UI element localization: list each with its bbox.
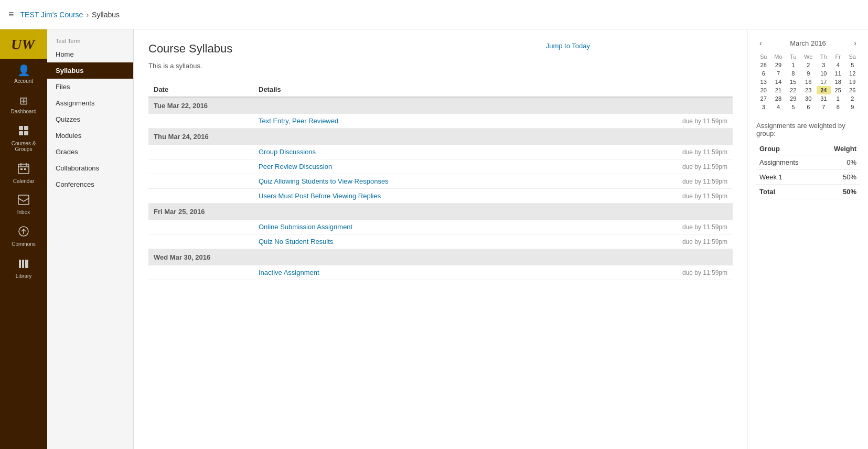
sidebar-item-dashboard[interactable]: ⊞ Dashboard xyxy=(0,89,47,120)
assignment-link[interactable]: Inactive Assignment xyxy=(259,269,319,276)
calendar-day[interactable]: 14 xyxy=(770,78,786,86)
table-header-due xyxy=(670,82,733,97)
sidebar-left: UW 👤 Account ⊞ Dashboard Courses & Group… xyxy=(0,29,47,449)
calendar-day[interactable]: 3 xyxy=(817,61,831,69)
calendar-month: March 2016 xyxy=(790,39,826,47)
due-time-cell: due by 11:59pm xyxy=(670,234,733,249)
calendar-day[interactable]: 15 xyxy=(786,78,800,86)
weights-header-group: Group xyxy=(756,143,819,155)
assignment-link[interactable]: Quiz No Student Results xyxy=(259,238,333,245)
course-nav-modules[interactable]: Modules xyxy=(47,127,133,144)
calendar-day[interactable]: 6 xyxy=(800,103,817,111)
weights-row: Week 150% xyxy=(756,170,860,185)
cal-day-header-mo: Mo xyxy=(770,52,786,61)
calendar-day[interactable]: 18 xyxy=(831,78,845,86)
calendar-day[interactable]: 11 xyxy=(831,69,845,78)
calendar-day[interactable]: 12 xyxy=(845,69,860,78)
empty-date-cell xyxy=(148,159,253,174)
course-nav-quizzes[interactable]: Quizzes xyxy=(47,111,133,127)
svg-rect-10 xyxy=(24,168,26,170)
calendar-day[interactable]: 10 xyxy=(817,69,831,78)
assignment-link[interactable]: Text Entry, Peer Reviewed xyxy=(259,117,338,125)
calendar-day[interactable]: 21 xyxy=(770,86,786,94)
course-breadcrumb-link[interactable]: TEST Jim's Course xyxy=(20,10,83,19)
table-row: Text Entry, Peer Revieweddue by 11:59pm xyxy=(148,114,733,129)
calendar-day[interactable]: 2 xyxy=(845,94,860,103)
sidebar-item-calendar[interactable]: Calendar xyxy=(0,157,47,189)
calendar-day[interactable]: 2 xyxy=(800,61,817,69)
sidebar-item-account[interactable]: 👤 Account xyxy=(0,59,47,89)
svg-rect-1 xyxy=(19,126,23,130)
calendar-day[interactable]: 7 xyxy=(817,103,831,111)
weights-section: Assignments are weighted by group: Group… xyxy=(756,122,860,199)
empty-date-cell xyxy=(148,114,253,129)
calendar-day[interactable]: 6 xyxy=(756,69,770,78)
table-header-details: Details xyxy=(253,82,670,97)
svg-text:UW: UW xyxy=(11,36,36,52)
syllabus-table: Date Details Tue Mar 22, 2016Text Entry,… xyxy=(148,82,733,280)
svg-rect-11 xyxy=(18,195,29,205)
assignment-link[interactable]: Group Discussions xyxy=(259,148,316,156)
calendar-day[interactable]: 28 xyxy=(756,61,770,69)
calendar-day[interactable]: 5 xyxy=(786,103,800,111)
account-icon: 👤 xyxy=(17,64,30,77)
calendar-day[interactable]: 7 xyxy=(770,69,786,78)
assignment-link[interactable]: Peer Review Discussion xyxy=(259,163,332,170)
weights-title: Assignments are weighted by group: xyxy=(756,122,860,137)
sidebar-item-inbox[interactable]: Inbox xyxy=(0,189,47,220)
assignment-link[interactable]: Users Must Post Before Viewing Replies xyxy=(259,192,381,200)
calendar-day[interactable]: 8 xyxy=(786,69,800,78)
sidebar-item-library[interactable]: Library xyxy=(0,252,47,284)
course-nav-conferences[interactable]: Conferences xyxy=(47,176,133,193)
cal-day-header-fr: Fr xyxy=(831,52,845,61)
calendar-day[interactable]: 1 xyxy=(786,61,800,69)
calendar-day[interactable]: 31 xyxy=(817,94,831,103)
calendar-day[interactable]: 27 xyxy=(756,94,770,103)
weights-weight-cell: 50% xyxy=(819,170,860,185)
calendar-day[interactable]: 9 xyxy=(800,69,817,78)
calendar-day[interactable]: 4 xyxy=(770,103,786,111)
calendar-day[interactable]: 8 xyxy=(831,103,845,111)
breadcrumb-current: Syllabus xyxy=(92,10,120,19)
calendar-day[interactable]: 29 xyxy=(786,94,800,103)
sidebar-item-courses[interactable]: Courses & Groups xyxy=(0,120,47,157)
table-date-row: Thu Mar 24, 2016 xyxy=(148,129,733,145)
library-icon xyxy=(18,258,29,272)
course-nav-collaborations[interactable]: Collaborations xyxy=(47,160,133,176)
sidebar-item-commons[interactable]: Commons xyxy=(0,220,47,252)
calendar-icon xyxy=(18,163,29,177)
hamburger-menu[interactable]: ≡ xyxy=(8,9,14,20)
calendar-day[interactable]: 3 xyxy=(756,103,770,111)
calendar-day[interactable]: 9 xyxy=(845,103,860,111)
calendar-day[interactable]: 29 xyxy=(770,61,786,69)
course-nav-home[interactable]: Home xyxy=(47,46,133,62)
calendar-day[interactable]: 22 xyxy=(786,86,800,94)
calendar-next-button[interactable]: › xyxy=(851,38,860,48)
calendar-day[interactable]: 17 xyxy=(817,78,831,86)
assignment-link[interactable]: Quiz Allowing Students to View Responses xyxy=(259,177,389,185)
calendar-grid: Su Mo Tu We Th Fr Sa 2829123456789101112… xyxy=(756,52,860,111)
calendar-day[interactable]: 19 xyxy=(845,78,860,86)
calendar-day[interactable]: 4 xyxy=(831,61,845,69)
assignment-link[interactable]: Online Submission Assignment xyxy=(259,223,352,231)
calendar-day[interactable]: 5 xyxy=(845,61,860,69)
calendar-day[interactable]: 26 xyxy=(845,86,860,94)
calendar-day[interactable]: 23 xyxy=(800,86,817,94)
calendar-day[interactable]: 28 xyxy=(770,94,786,103)
calendar-day[interactable]: 13 xyxy=(756,78,770,86)
calendar-prev-button[interactable]: ‹ xyxy=(756,38,765,48)
course-nav-grades[interactable]: Grades xyxy=(47,144,133,160)
calendar-day[interactable]: 24 xyxy=(817,86,831,94)
calendar-day[interactable]: 25 xyxy=(831,86,845,94)
course-nav-files[interactable]: Files xyxy=(47,79,133,95)
calendar-day[interactable]: 1 xyxy=(831,94,845,103)
calendar-day[interactable]: 30 xyxy=(800,94,817,103)
jump-to-today-link[interactable]: Jump to Today xyxy=(546,42,590,50)
calendar-day[interactable]: 20 xyxy=(756,86,770,94)
sidebar-courses-label: Courses & Groups xyxy=(2,141,45,152)
date-cell: Fri Mar 25, 2016 xyxy=(148,204,733,220)
calendar-day[interactable]: 16 xyxy=(800,78,817,86)
course-nav-assignments[interactable]: Assignments xyxy=(47,95,133,111)
due-time-cell: due by 11:59pm xyxy=(670,174,733,189)
course-nav-syllabus[interactable]: Syllabus xyxy=(47,62,133,79)
